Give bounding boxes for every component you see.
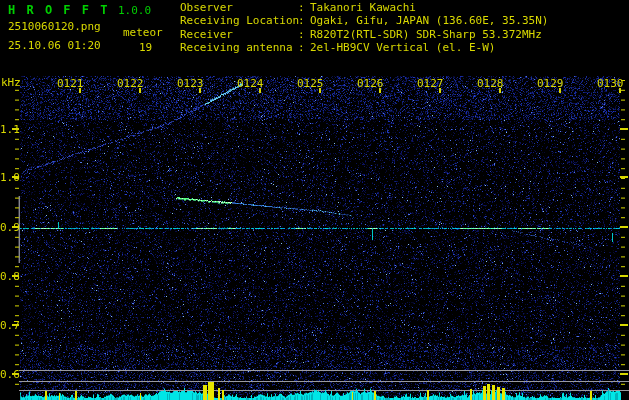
app-title: H R O F F T: [8, 3, 109, 17]
meteor-count: 19: [139, 41, 152, 54]
time-tick-label: 0128: [477, 78, 504, 89]
frequency-unit-label: kHz: [1, 76, 21, 89]
time-tick-label: 0126: [357, 78, 384, 89]
output-filename: 2510060120.png: [8, 20, 101, 33]
info-row: Receiving Location:Ogaki, Gifu, JAPAN (1…: [180, 14, 548, 27]
info-row: Receiving antenna:2el-HB9CV Vertical (el…: [180, 41, 548, 54]
time-tick-label: 0121: [57, 78, 84, 89]
info-colon: :: [298, 28, 310, 41]
time-tick-label: 0125: [297, 78, 324, 89]
freq-tick-label: 1.1: [0, 124, 13, 135]
info-colon: :: [298, 1, 310, 14]
time-tick-label: 0127: [417, 78, 444, 89]
info-value: R820T2(RTL-SDR) SDR-Sharp 53.372MHz: [310, 28, 542, 41]
time-tick-label: 0124: [237, 78, 264, 89]
freq-tick-label: 0.9: [0, 222, 13, 233]
info-colon: :: [298, 41, 310, 54]
time-tick-label: 0130: [597, 78, 624, 89]
info-row: Observer:Takanori Kawachi: [180, 1, 548, 14]
info-label: Observer: [180, 1, 298, 14]
time-tick-label: 0123: [177, 78, 204, 89]
timestamp-label: 25.10.06 01:20: [8, 39, 101, 52]
hrofft-window: H R O F F T 1.0.0 2510060120.png meteor …: [0, 0, 629, 400]
info-colon: :: [298, 14, 310, 27]
info-row: Receiver:R820T2(RTL-SDR) SDR-Sharp 53.37…: [180, 28, 548, 41]
app-version: 1.0.0: [118, 4, 151, 17]
freq-tick-label: 0.6: [0, 369, 13, 380]
info-label: Receiving antenna: [180, 41, 298, 54]
freq-tick-label: 0.8: [0, 271, 13, 282]
info-value: Takanori Kawachi: [310, 1, 416, 14]
time-tick-label: 0129: [537, 78, 564, 89]
info-label: Receiving Location: [180, 14, 298, 27]
freq-tick-label: 0.7: [0, 320, 13, 331]
mode-label: meteor: [123, 26, 163, 39]
time-tick-label: 0122: [117, 78, 144, 89]
info-value: 2el-HB9CV Vertical (el. E-W): [310, 41, 495, 54]
station-info-panel: Observer:Takanori KawachiReceiving Locat…: [180, 1, 548, 55]
info-label: Receiver: [180, 28, 298, 41]
spectrogram-canvas: [0, 0, 629, 400]
freq-tick-label: 1.0: [0, 172, 13, 183]
info-value: Ogaki, Gifu, JAPAN (136.60E, 35.35N): [310, 14, 548, 27]
